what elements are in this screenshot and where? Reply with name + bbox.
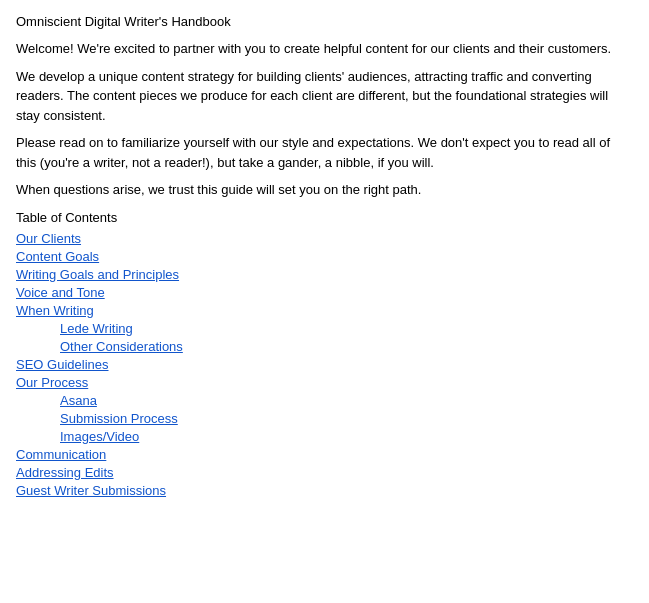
toc-link-8[interactable]: Our Process xyxy=(16,375,88,390)
intro-paragraph-3: When questions arise, we trust this guid… xyxy=(16,180,633,200)
toc-link-9[interactable]: Asana xyxy=(60,393,97,408)
toc-list: Our ClientsContent GoalsWriting Goals an… xyxy=(16,231,633,498)
toc-item: Guest Writer Submissions xyxy=(16,483,633,498)
toc-item: Voice and Tone xyxy=(16,285,633,300)
toc-item: Images/Video xyxy=(16,429,633,444)
toc-link-0[interactable]: Our Clients xyxy=(16,231,81,246)
toc-link-5[interactable]: Lede Writing xyxy=(60,321,133,336)
toc-link-12[interactable]: Communication xyxy=(16,447,106,462)
toc-heading: Table of Contents xyxy=(16,210,633,225)
toc-item: SEO Guidelines xyxy=(16,357,633,372)
toc-link-1[interactable]: Content Goals xyxy=(16,249,99,264)
toc-link-10[interactable]: Submission Process xyxy=(60,411,178,426)
toc-link-7[interactable]: SEO Guidelines xyxy=(16,357,109,372)
toc-item: Our Process xyxy=(16,375,633,390)
toc-item: Content Goals xyxy=(16,249,633,264)
toc-item: When Writing xyxy=(16,303,633,318)
intro-paragraph-1: We develop a unique content strategy for… xyxy=(16,67,633,126)
toc-link-2[interactable]: Writing Goals and Principles xyxy=(16,267,179,282)
toc-link-11[interactable]: Images/Video xyxy=(60,429,139,444)
toc-item: Our Clients xyxy=(16,231,633,246)
page-title: Omniscient Digital Writer's Handbook xyxy=(16,14,633,29)
intro-paragraph-0: Welcome! We're excited to partner with y… xyxy=(16,39,633,59)
toc-link-4[interactable]: When Writing xyxy=(16,303,94,318)
toc-item: Lede Writing xyxy=(16,321,633,336)
toc-item: Other Considerations xyxy=(16,339,633,354)
toc-link-14[interactable]: Guest Writer Submissions xyxy=(16,483,166,498)
toc-item: Submission Process xyxy=(16,411,633,426)
toc-link-3[interactable]: Voice and Tone xyxy=(16,285,105,300)
toc-link-13[interactable]: Addressing Edits xyxy=(16,465,114,480)
toc-item: Addressing Edits xyxy=(16,465,633,480)
toc-item: Asana xyxy=(16,393,633,408)
toc-item: Writing Goals and Principles xyxy=(16,267,633,282)
intro-paragraph-2: Please read on to familiarize yourself w… xyxy=(16,133,633,172)
toc-link-6[interactable]: Other Considerations xyxy=(60,339,183,354)
toc-item: Communication xyxy=(16,447,633,462)
